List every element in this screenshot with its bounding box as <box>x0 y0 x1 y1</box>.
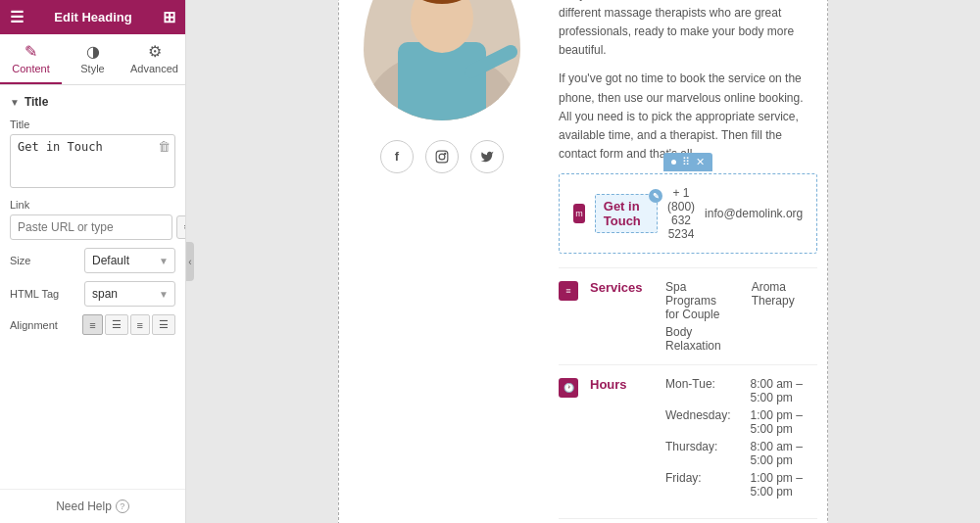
service-item-3: Body Relaxation <box>665 325 732 353</box>
left-panel: ☰ Edit Heading ⊞ ✎ Content ◑ Style ⚙ Adv… <box>0 0 186 523</box>
hours-day-4: Friday: <box>665 471 731 499</box>
facebook-icon[interactable]: f <box>380 140 414 173</box>
service-item-1: Spa Programs for Couple <box>665 280 732 321</box>
panel-content: ▼ Title Title Get in Touch 🗑 Link ⚙ 🗑 Si… <box>0 85 185 489</box>
top-bar: ☰ Edit Heading ⊞ <box>0 0 185 34</box>
content-tab-icon: ✎ <box>24 42 37 61</box>
hours-day-3: Thursday: <box>665 440 731 467</box>
size-row: Size Default ▼ <box>10 248 175 273</box>
align-center-button[interactable]: ☰ <box>105 314 128 335</box>
about-section: About Me For your convenience, there are… <box>559 0 817 523</box>
person-section: f <box>349 0 545 523</box>
html-tag-select-wrap: span ▼ <box>84 281 175 307</box>
get-in-touch-inner: m Get in Touch ✎ + 1 (800) 632 5234 info… <box>573 186 803 241</box>
section-title: ▼ Title <box>10 95 175 109</box>
need-help-section[interactable]: Need Help ? <box>0 489 185 523</box>
preview-outer: f About Me For your convenience, there a… <box>338 0 828 523</box>
git-phone: + 1 (800) 632 5234 <box>667 186 695 241</box>
hours-grid: Mon-Tue: 8:00 am – 5:00 pm Wednesday: 1:… <box>665 377 817 499</box>
hours-time-1: 8:00 am – 5:00 pm <box>751 377 818 404</box>
toolbar-close-icon[interactable]: ✕ <box>696 156 705 168</box>
person-photo <box>364 0 520 120</box>
section-arrow-icon: ▼ <box>10 97 20 108</box>
title-delete-icon[interactable]: 🗑 <box>158 139 171 154</box>
title-field-label: Title <box>10 119 175 130</box>
tab-style[interactable]: ◑ Style <box>62 34 123 84</box>
book-btn-wrap: Book an appointment <box>559 518 817 523</box>
git-label-text: Get in Touch <box>604 199 641 228</box>
section-title-label: Title <box>24 95 48 109</box>
html-tag-row: HTML Tag span ▼ <box>10 281 175 307</box>
about-text-1: For your convenience, there are more tha… <box>559 0 817 60</box>
twitter-icon[interactable] <box>470 140 504 173</box>
svg-point-7 <box>439 154 445 160</box>
git-edit-icon[interactable]: ✎ <box>649 189 662 203</box>
html-tag-label: HTML Tag <box>10 288 78 300</box>
toolbar-dot-icon <box>671 160 676 165</box>
html-tag-select[interactable]: span <box>84 281 175 307</box>
services-grid: Spa Programs for Couple Aroma Therapy Bo… <box>665 280 817 353</box>
alignment-label: Alignment <box>10 319 76 331</box>
link-field-label: Link <box>10 199 175 211</box>
hours-time-2: 1:00 pm – 5:00 pm <box>751 408 818 436</box>
service-item-2: Aroma Therapy <box>752 280 818 321</box>
git-widget-icon: m <box>573 204 585 223</box>
hours-day-1: Mon-Tue: <box>665 377 731 404</box>
widget-toolbar: ⠿ ✕ <box>663 153 712 171</box>
full-layout: f About Me For your convenience, there a… <box>349 0 817 523</box>
size-select[interactable]: Default <box>84 248 175 273</box>
svg-rect-1 <box>398 42 486 120</box>
link-input[interactable] <box>10 214 172 240</box>
content-tab-label: Content <box>12 63 50 74</box>
hours-time-3: 8:00 am – 5:00 pm <box>751 440 818 467</box>
tab-content[interactable]: ✎ Content <box>0 34 62 84</box>
panel-title: Edit Heading <box>54 10 131 24</box>
grid-icon[interactable]: ⊞ <box>163 8 175 26</box>
help-icon: ? <box>116 499 129 513</box>
hours-time-4: 1:00 pm – 5:00 pm <box>751 471 818 499</box>
hours-content: Mon-Tue: 8:00 am – 5:00 pm Wednesday: 1:… <box>665 377 817 499</box>
advanced-tab-label: Advanced <box>130 63 178 74</box>
style-tab-label: Style <box>80 63 104 74</box>
hamburger-icon[interactable]: ☰ <box>10 8 24 26</box>
services-icon: ≡ <box>559 281 578 301</box>
git-label[interactable]: Get in Touch ✎ <box>595 194 658 233</box>
style-tab-icon: ◑ <box>86 42 100 61</box>
title-textarea[interactable]: Get in Touch <box>10 134 175 188</box>
person-svg <box>364 0 520 120</box>
align-justify-button[interactable]: ☰ <box>152 314 175 335</box>
services-section: ≡ Services Spa Programs for Couple Aroma… <box>559 267 817 364</box>
size-select-wrap: Default ▼ <box>84 248 175 273</box>
link-settings-button[interactable]: ⚙ <box>176 215 185 239</box>
title-textarea-wrap: Get in Touch 🗑 <box>10 134 175 191</box>
advanced-tab-icon: ⚙ <box>148 42 162 61</box>
need-help-label: Need Help <box>56 499 112 513</box>
size-label: Size <box>10 255 78 266</box>
align-right-button[interactable]: ≡ <box>130 314 150 335</box>
about-text-2: If you've got no time to book the servic… <box>559 70 817 164</box>
git-email: info@demolink.org <box>705 207 803 220</box>
link-row: ⚙ 🗑 <box>10 214 175 240</box>
tabs-bar: ✎ Content ◑ Style ⚙ Advanced <box>0 34 185 85</box>
hours-section: 🕐 Hours Mon-Tue: 8:00 am – 5:00 pm Wedne… <box>559 364 817 510</box>
alignment-row: Alignment ≡ ☰ ≡ ☰ <box>10 314 175 335</box>
hours-label: Hours <box>590 377 654 392</box>
alignment-buttons: ≡ ☰ ≡ ☰ <box>82 314 175 335</box>
services-content: Spa Programs for Couple Aroma Therapy Bo… <box>665 280 817 353</box>
collapse-handle[interactable]: ‹ <box>186 242 194 281</box>
svg-point-8 <box>445 153 446 154</box>
right-panel: f About Me For your convenience, there a… <box>186 0 980 523</box>
tab-advanced[interactable]: ⚙ Advanced <box>123 34 185 84</box>
align-left-button[interactable]: ≡ <box>82 314 102 335</box>
get-in-touch-widget: ⠿ ✕ m Get in Touch ✎ + 1 (800) 632 5234 … <box>559 173 817 254</box>
hours-day-2: Wednesday: <box>665 408 731 436</box>
services-label: Services <box>590 280 654 295</box>
svg-rect-6 <box>436 151 448 163</box>
social-icons: f <box>380 140 504 173</box>
instagram-icon[interactable] <box>425 140 459 173</box>
toolbar-move-icon[interactable]: ⠿ <box>682 156 690 168</box>
hours-icon: 🕐 <box>559 378 578 398</box>
